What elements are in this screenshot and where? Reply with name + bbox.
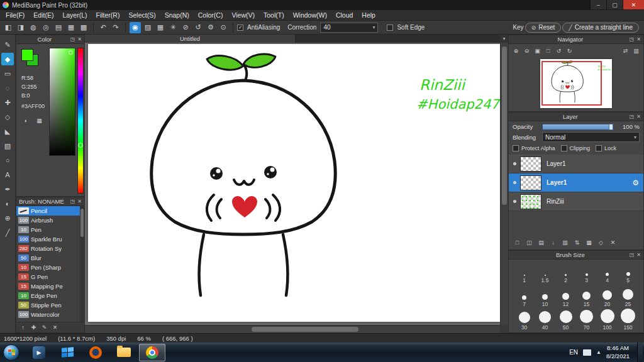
protect-alpha-checkbox[interactable]: Protect Alpha — [513, 145, 555, 151]
fill-tool[interactable]: ◣ — [1, 125, 14, 138]
canvas-horizontal-scrollbar[interactable] — [85, 325, 500, 333]
close-icon[interactable]: ✕ — [636, 36, 641, 42]
menu-tool[interactable]: Tool(T) — [259, 10, 289, 20]
language-indicator[interactable]: EN — [569, 349, 578, 356]
grid-icon[interactable]: ▦ — [65, 22, 77, 33]
brush-mode-icon[interactable]: ◉ — [130, 22, 141, 33]
gear-icon[interactable]: ⚙ — [205, 22, 216, 33]
brush-size-option[interactable]: 5 — [618, 261, 638, 284]
add-folder-icon[interactable]: ▤ — [536, 238, 546, 247]
sv-selector[interactable] — [69, 50, 73, 55]
brush-size-option[interactable]: 4 — [597, 261, 618, 284]
redo-icon[interactable]: ↷ — [110, 22, 121, 33]
opacity-slider-thumb[interactable] — [609, 124, 613, 130]
pen-tool[interactable]: ✎ — [1, 38, 14, 51]
minimize-button[interactable]: – — [590, 0, 606, 9]
divide-tool[interactable]: ╱ — [1, 226, 14, 239]
taskbar-clock[interactable]: 8:46 AM 8/2/2021 — [606, 344, 630, 360]
eraser-tool[interactable]: ◆ — [1, 53, 14, 65]
brush-size-option[interactable]: 12 — [555, 284, 576, 307]
layer-row[interactable]: Layer1 ⚙ — [509, 173, 643, 192]
zoom-in-icon[interactable]: ⊕ — [511, 46, 521, 55]
no-correction-icon[interactable]: ⊘ — [180, 22, 191, 33]
brush-size-option[interactable]: 7 — [514, 284, 535, 307]
add-brush-icon[interactable]: ✚ — [29, 323, 38, 332]
target-icon[interactable]: ⊙ — [218, 22, 229, 33]
popout-icon[interactable]: ◳ — [630, 36, 635, 42]
edit-brush-icon[interactable]: ✎ — [40, 323, 49, 332]
brush-item[interactable]: 50 Stipple Pen — [16, 300, 84, 310]
flip-icon[interactable]: ⇄ — [621, 46, 630, 55]
brush-size-option[interactable]: 50 — [555, 308, 576, 331]
reset-button[interactable]: ⊘ Reset — [525, 23, 562, 33]
reorder-icon[interactable]: ⇅ — [572, 238, 582, 247]
brush-item[interactable]: 10 Pen — [16, 225, 84, 234]
close-icon[interactable]: ✕ — [77, 36, 82, 42]
magic-wand-tool[interactable]: ✚ — [1, 96, 14, 109]
layer-row[interactable]: RinZiii — [509, 192, 643, 211]
add-layer-icon[interactable]: □ — [513, 238, 522, 247]
taskbar-chrome-active[interactable] — [139, 344, 165, 361]
close-icon[interactable]: ✕ — [636, 252, 641, 258]
popout-icon[interactable]: ◳ — [630, 252, 635, 258]
saturation-value-picker[interactable] — [49, 48, 75, 156]
brush-list-scrollbar[interactable] — [80, 206, 84, 322]
zoom-tool[interactable]: ⊕ — [1, 212, 14, 224]
navigator-view-rect[interactable] — [541, 61, 602, 106]
move-tool[interactable]: ◇ — [1, 111, 14, 123]
hue-slider[interactable] — [77, 48, 84, 194]
hidden-icons-chevron[interactable]: ▲ — [596, 349, 601, 355]
layer-visibility-toggle[interactable] — [509, 200, 520, 203]
show-desktop-button[interactable] — [637, 343, 643, 362]
brush-item[interactable]: 15 Mapping Pe — [16, 282, 84, 291]
layer-visibility-toggle[interactable] — [509, 162, 520, 165]
opacity-slider[interactable] — [542, 124, 614, 130]
transfer-icon[interactable]: ◇ — [596, 238, 606, 247]
foreground-color-swatch[interactable] — [21, 49, 33, 61]
zoom-fit-icon[interactable]: ▣ — [533, 46, 542, 55]
brush-size-option[interactable]: 3 — [576, 261, 597, 284]
eyedropper-tool[interactable]: ✒ — [1, 183, 14, 195]
brush-size-option[interactable]: 100 — [597, 308, 618, 331]
taskbar-explorer[interactable] — [111, 344, 137, 361]
table-icon[interactable]: ▩ — [78, 22, 89, 33]
layer-visibility-toggle[interactable] — [509, 181, 520, 184]
start-button[interactable] — [3, 344, 19, 361]
comment-icon[interactable]: ◍ — [28, 22, 39, 33]
brush-size-option[interactable]: 2 — [555, 261, 576, 284]
hand-tool[interactable]: ◐ — [1, 197, 14, 210]
keyboard-icon[interactable] — [583, 349, 591, 356]
soft-edge-checkbox[interactable] — [387, 25, 393, 31]
pages-icon[interactable]: ▤ — [53, 22, 64, 33]
brush-size-option[interactable]: 70 — [576, 308, 597, 331]
brush-size-option[interactable]: 10 — [535, 284, 555, 307]
brush-size-option[interactable]: 15 — [576, 284, 597, 307]
new-document-icon[interactable]: ◧ — [3, 22, 14, 33]
zoom-actual-icon[interactable]: □ — [543, 46, 553, 55]
nav-settings-icon[interactable]: ▥ — [631, 46, 641, 55]
delete-brush-icon[interactable]: ✕ — [50, 323, 60, 332]
hue-selector[interactable] — [78, 143, 83, 148]
brush-size-option[interactable]: 20 — [597, 284, 618, 307]
gradient-tool[interactable]: ▧ — [1, 140, 14, 152]
undo-icon[interactable]: ↶ — [97, 22, 109, 33]
brush-item[interactable]: 100 Sparkle Bru — [16, 234, 84, 244]
brush-item[interactable]: 50 Blur — [16, 253, 84, 263]
rotate-right-icon[interactable]: ↻ — [565, 46, 574, 55]
palette-icon[interactable]: ▦ — [35, 116, 44, 125]
popout-icon[interactable]: ◳ — [70, 199, 75, 204]
navigator-thumbnail[interactable] — [540, 59, 612, 108]
move-up-icon[interactable]: ↑ — [18, 323, 28, 332]
brush-item[interactable]: 100 Airbrush — [16, 216, 84, 225]
lasso-tool[interactable]: ◌ — [1, 82, 14, 94]
lock-checkbox[interactable]: Lock — [596, 145, 616, 151]
menu-filter[interactable]: Filter(R) — [92, 10, 125, 20]
menu-window[interactable]: Window(W) — [289, 10, 331, 20]
menu-snap[interactable]: Snap(N) — [160, 10, 194, 20]
rotate-left-icon[interactable]: ↺ — [554, 46, 564, 55]
close-icon[interactable]: ✕ — [77, 199, 82, 204]
save-icon[interactable]: ◨ — [15, 22, 26, 33]
brush-item[interactable]: 15 G Pen — [16, 272, 84, 282]
duplicate-layer-icon[interactable]: ◫ — [525, 238, 534, 247]
layer-settings-icon[interactable]: ⚙ — [632, 178, 639, 187]
